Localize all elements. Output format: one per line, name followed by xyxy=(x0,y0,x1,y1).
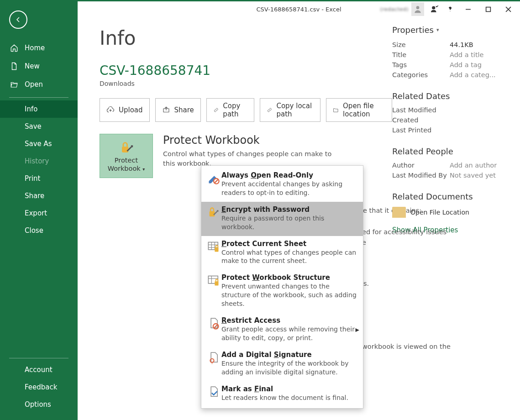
window-title: CSV-1688658741.csv - Excel xyxy=(257,6,341,13)
account-avatar-icon[interactable] xyxy=(411,2,424,16)
prop-key: Tags xyxy=(392,61,450,68)
properties-panel: Properties▾ Size44.1KB TitleAdd a title … xyxy=(392,17,511,234)
share-button[interactable]: Share xyxy=(155,98,201,122)
protect-structure-icon xyxy=(206,273,221,308)
main-area: CSV-1688658741.csv - Excel (redacted) In… xyxy=(78,1,520,420)
window-maximize-button[interactable] xyxy=(478,0,498,21)
related-people-header: Related People xyxy=(392,147,511,156)
button-label: Protect Workbook xyxy=(108,157,141,172)
button-label: Share xyxy=(174,106,194,114)
sidebar-item-label: Export xyxy=(25,209,47,217)
copy-local-path-button[interactable]: Copy local path xyxy=(260,98,321,122)
sidebar-item-label: Home xyxy=(25,44,45,52)
encrypt-icon xyxy=(206,205,221,231)
menu-item-protect-current-sheet[interactable]: Protect Current Sheet Control what types… xyxy=(201,236,363,270)
back-button[interactable] xyxy=(9,10,27,29)
sidebar-item-account[interactable]: Account xyxy=(0,361,78,378)
prop-value: Not saved yet xyxy=(450,172,496,179)
sidebar-item-info[interactable]: Info xyxy=(0,100,78,118)
svg-line-9 xyxy=(215,179,218,183)
protect-workbook-button[interactable]: Protect Workbook ▾ xyxy=(100,134,153,178)
folder-icon xyxy=(392,207,406,218)
menu-item-description: Ensure the integrity of the workbook by … xyxy=(221,359,357,377)
prop-key: Title xyxy=(392,51,450,58)
sidebar-item-save[interactable]: Save xyxy=(0,118,78,135)
menu-item-always-open-readonly[interactable]: Always Open Read-Only Prevent accidental… xyxy=(201,168,363,202)
upload-button[interactable]: Upload xyxy=(100,98,150,122)
menu-item-protect-workbook-structure[interactable]: Protect Workbook Structure Prevent unwan… xyxy=(201,270,363,313)
page-title: Info xyxy=(100,27,392,49)
menu-item-description: Grant people access while removing their… xyxy=(221,325,357,342)
coming-soon-icon[interactable] xyxy=(427,0,442,18)
sidebar-item-label: Close xyxy=(25,226,43,235)
obscured-text: s. xyxy=(363,280,369,287)
restrict-access-icon xyxy=(206,316,221,342)
prop-key: Author xyxy=(392,162,450,169)
readonly-icon xyxy=(206,171,221,197)
header-label: Properties xyxy=(392,25,434,35)
svg-point-2 xyxy=(450,11,450,11)
open-file-location-button[interactable]: Open file location xyxy=(326,98,392,122)
link-icon xyxy=(213,106,219,114)
sidebar-item-save-as[interactable]: Save As xyxy=(0,135,78,152)
prop-placeholder[interactable]: Add a tag xyxy=(450,61,482,68)
prop-key: Last Modified xyxy=(392,106,450,114)
menu-item-restrict-access[interactable]: Restrict Access Grant people access whil… xyxy=(201,313,363,347)
sidebar-item-export[interactable]: Export xyxy=(0,205,78,222)
svg-rect-7 xyxy=(122,147,128,152)
home-icon xyxy=(10,44,18,52)
mark-final-icon xyxy=(206,385,221,402)
sidebar-item-feedback[interactable]: Feedback xyxy=(0,378,78,396)
copy-path-button[interactable]: Copy path xyxy=(206,98,254,122)
prop-key: Last Printed xyxy=(392,126,450,134)
chevron-right-icon: ▶ xyxy=(356,327,359,333)
document-path[interactable]: Downloads xyxy=(100,80,392,87)
sidebar-item-share[interactable]: Share xyxy=(0,187,78,205)
menu-item-encrypt-with-password[interactable]: Encrypt with Password Require a password… xyxy=(201,202,363,236)
lock-key-icon xyxy=(119,139,134,157)
menu-item-add-digital-signature[interactable]: Add a Digital Signature Ensure the integ… xyxy=(201,347,363,381)
sidebar-item-home[interactable]: Home xyxy=(0,39,78,57)
svg-rect-16 xyxy=(215,247,218,252)
menu-item-description: Prevent unwanted changes to the structur… xyxy=(221,282,357,308)
button-label: Open file location xyxy=(343,102,385,118)
sidebar-item-print[interactable]: Print xyxy=(0,170,78,187)
sidebar-item-new[interactable]: New xyxy=(0,57,78,75)
menu-item-description: Require a password to open this workbook… xyxy=(221,214,357,231)
related-dates-header: Related Dates xyxy=(392,91,511,101)
sidebar-item-label: Open xyxy=(25,80,43,89)
titlebar: CSV-1688658741.csv - Excel (redacted) xyxy=(78,1,520,17)
sidebar-item-history[interactable]: History xyxy=(0,152,78,170)
sidebar-item-label: Feedback xyxy=(25,383,57,391)
sidebar-separator xyxy=(9,97,68,98)
share-icon xyxy=(162,106,170,114)
window-close-button[interactable] xyxy=(498,0,518,21)
sidebar-item-label: Info xyxy=(25,105,37,113)
button-label: Copy local path xyxy=(276,102,314,118)
properties-header[interactable]: Properties▾ xyxy=(392,25,511,35)
link-icon xyxy=(267,106,273,114)
sidebar-item-label: Save As xyxy=(25,140,52,148)
sidebar-item-close[interactable]: Close xyxy=(0,222,78,239)
sidebar-item-label: History xyxy=(25,157,49,165)
sidebar-item-label: Account xyxy=(25,366,53,374)
menu-item-mark-as-final[interactable]: Mark as Final Let readers know the docum… xyxy=(201,381,363,407)
svg-rect-20 xyxy=(215,282,218,286)
digital-signature-icon xyxy=(206,351,221,377)
sidebar-item-options[interactable]: Options xyxy=(0,396,78,413)
prop-value: 44.1KB xyxy=(450,41,473,48)
upload-icon xyxy=(106,106,115,114)
window-minimize-button[interactable] xyxy=(458,0,478,21)
help-icon[interactable] xyxy=(442,0,458,18)
obscured-text: workbook is viewed on the xyxy=(362,343,451,350)
prop-placeholder[interactable]: Add a title xyxy=(450,51,484,58)
prop-placeholder[interactable]: Add a categ... xyxy=(450,71,496,79)
prop-placeholder[interactable]: Add an author xyxy=(450,162,497,169)
sidebar-item-label: Options xyxy=(25,400,51,409)
account-name: (redacted) xyxy=(380,6,409,12)
sidebar-separator xyxy=(9,358,68,358)
sidebar-item-open[interactable]: Open xyxy=(0,75,78,94)
sidebar-item-label: Share xyxy=(25,192,44,200)
related-documents-header: Related Documents xyxy=(392,192,511,201)
menu-item-description: Let readers know the document is final. xyxy=(221,394,357,402)
